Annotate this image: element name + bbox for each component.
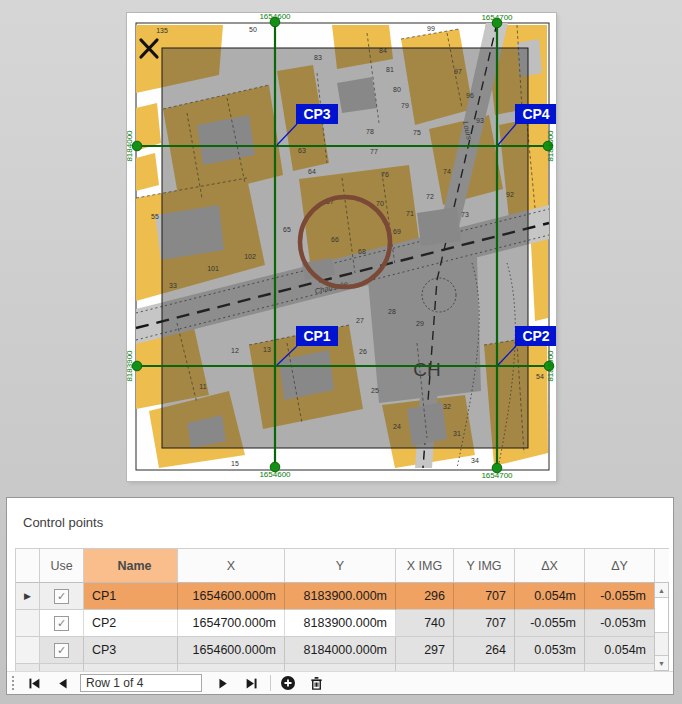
table-row-cp2[interactable]: ✓CP21654700.000m8183900.000m740707-0.055…	[15, 610, 669, 637]
column-header-dy[interactable]: ΔY	[585, 549, 655, 583]
panel-title: Control points	[23, 515, 103, 530]
parcel-number-135: 135	[156, 27, 168, 34]
ximg-cell[interactable]: 297	[396, 637, 454, 664]
delete-row-button[interactable]	[307, 674, 325, 692]
name-cell[interactable]: CP3	[84, 637, 178, 664]
grid-coordinate-8183900: 8183900	[546, 350, 555, 382]
previous-row-button[interactable]	[53, 674, 71, 692]
row-indicator-current: ▶	[16, 583, 40, 610]
use-checkbox[interactable]: ✓	[54, 643, 69, 658]
dy-cell[interactable]: -0.055m	[585, 583, 655, 610]
georeference-region-overlay[interactable]	[162, 48, 528, 448]
dx-cell[interactable]: 0.053m	[515, 637, 585, 664]
table-row-cp1[interactable]: ▶✓CP11654600.000m8183900.000m2967070.054…	[15, 583, 669, 610]
row-indicator	[16, 637, 40, 664]
row-indicator	[16, 610, 40, 637]
x-cell[interactable]: 1654700.000m	[178, 610, 285, 637]
parcel-number-99: 99	[427, 25, 435, 32]
dy-cell[interactable]: 0.054m	[585, 637, 655, 664]
grid-coordinate-8184000: 8184000	[546, 130, 555, 162]
column-header-x[interactable]: X	[178, 549, 285, 583]
parcel-number-54: 54	[536, 373, 544, 380]
toolbar-separator	[270, 675, 271, 691]
grid-coordinate-1654700: 1654700	[481, 13, 513, 22]
control-points-table: UseNameXYX IMGY IMGΔXΔY ▶✓CP11654600.000…	[15, 548, 669, 672]
use-checkbox[interactable]: ✓	[54, 589, 69, 604]
next-row-button[interactable]	[214, 674, 232, 692]
control-point-label-text: CP2	[522, 328, 549, 344]
yimg-cell[interactable]: 707	[454, 583, 515, 610]
last-row-button[interactable]	[242, 674, 260, 692]
control-point-label-text: CP1	[303, 328, 330, 344]
grid-coordinate-1654700: 1654700	[481, 471, 513, 480]
map-canvas[interactable]: 1355099838481807978777675747372717069686…	[127, 13, 556, 481]
column-header-name[interactable]: Name	[84, 549, 178, 583]
grid-coordinate-1654600: 1654600	[259, 470, 291, 479]
toolbar-grip-handle[interactable]	[12, 676, 17, 690]
use-cell: ✓	[40, 610, 84, 637]
yimg-cell[interactable]: 707	[454, 610, 515, 637]
use-cell: ✓	[40, 637, 84, 664]
scroll-up-button[interactable]: ▲	[655, 583, 668, 598]
dy-cell[interactable]: -0.053m	[585, 610, 655, 637]
ximg-cell[interactable]: 740	[396, 610, 454, 637]
first-row-button[interactable]	[25, 674, 43, 692]
table-header-row: UseNameXYX IMGY IMGΔXΔY	[15, 548, 669, 583]
column-header-ximg[interactable]: X IMG	[396, 549, 454, 583]
x-cell[interactable]: 1654600.000m	[178, 637, 285, 664]
scrollbar-thumb[interactable]	[655, 598, 668, 633]
control-point-label-text: CP3	[303, 106, 330, 122]
dx-cell[interactable]: 0.054m	[515, 583, 585, 610]
column-header-use[interactable]: Use	[40, 549, 84, 583]
add-row-button[interactable]	[279, 674, 297, 692]
control-points-panel: Control points UseNameXYX IMGY IMGΔXΔY ▶…	[6, 497, 674, 695]
column-header-row-indicator	[16, 549, 40, 583]
column-header-dx[interactable]: ΔX	[515, 549, 585, 583]
parcel-number-15: 15	[231, 460, 239, 467]
parcel-number-55: 55	[151, 213, 159, 220]
parcel-number-50: 50	[249, 26, 257, 33]
y-cell[interactable]: 8183900.000m	[285, 583, 396, 610]
scroll-down-button[interactable]: ▼	[655, 655, 668, 670]
yimg-cell[interactable]: 264	[454, 637, 515, 664]
y-cell[interactable]: 8183900.000m	[285, 610, 396, 637]
record-navigator	[7, 671, 673, 694]
name-cell[interactable]: CP2	[84, 610, 178, 637]
use-cell: ✓	[40, 583, 84, 610]
column-header-yimg[interactable]: Y IMG	[454, 549, 515, 583]
control-point-label-text: CP4	[522, 106, 549, 122]
use-checkbox[interactable]: ✓	[54, 616, 69, 631]
grid-coordinate-8184000: 8184000	[127, 130, 134, 162]
grid-coordinate-1654600: 1654600	[259, 13, 291, 21]
x-cell[interactable]: 1654600.000m	[178, 583, 285, 610]
parcel-number-34: 34	[471, 457, 479, 464]
table-scrollbar[interactable]: ▲ ▼	[654, 582, 669, 671]
y-cell[interactable]: 8184000.000m	[285, 637, 396, 664]
column-header-y[interactable]: Y	[285, 549, 396, 583]
ximg-cell[interactable]: 296	[396, 583, 454, 610]
grid-coordinate-8183900: 8183900	[127, 350, 134, 382]
row-position-input[interactable]	[80, 674, 202, 692]
dx-cell[interactable]: -0.055m	[515, 610, 585, 637]
table-row-cp3[interactable]: ✓CP31654600.000m8184000.000m2972640.053m…	[15, 637, 669, 664]
name-cell[interactable]: CP1	[84, 583, 178, 610]
